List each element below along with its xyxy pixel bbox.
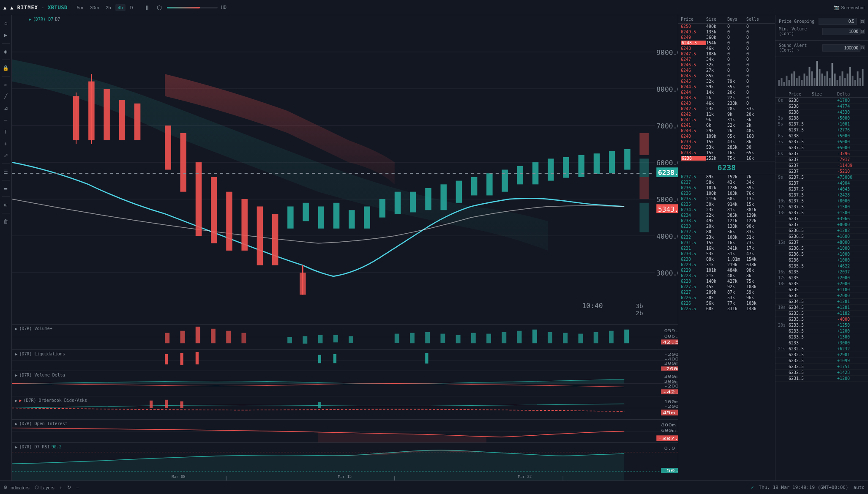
buy-row[interactable]: 6229 101k 484k 98k	[678, 267, 775, 273]
sell-row[interactable]: 6238 252k 75k 16k	[678, 156, 775, 161]
sell-row[interactable]: 6244 14k 20k 0	[678, 90, 775, 95]
min-volume-input[interactable]	[822, 28, 860, 35]
buy-row[interactable]: 6227 209k 87k 59k	[678, 289, 775, 295]
sidebar-fib[interactable]: ⤢	[1, 151, 11, 160]
expand-ob[interactable]: ▶	[15, 398, 17, 403]
sell-row[interactable]: 6250 490k 0 0	[678, 24, 775, 29]
expand-vdelta[interactable]: ▶	[15, 373, 17, 377]
expand-rsi[interactable]: ▶	[15, 445, 17, 449]
sell-row[interactable]: 6242 11k 9k 20k	[678, 112, 775, 117]
sell-row[interactable]: 6241 6k 52k 2k	[678, 123, 775, 128]
sidebar-ruler[interactable]: ⊿	[1, 104, 11, 113]
sidebar-home[interactable]: ⌂	[1, 19, 11, 28]
ob-expand2[interactable]: ▶	[19, 398, 22, 403]
sidebar-text[interactable]: T	[1, 127, 11, 136]
tape-size	[812, 104, 837, 109]
sell-row[interactable]: 6245 32k 79k 0	[678, 79, 775, 84]
buy-row[interactable]: 6233.5 49k 121k 122k	[678, 218, 775, 224]
buy-row[interactable]: 6235.5 219k 68k 13k	[678, 196, 775, 202]
buy-row[interactable]: 6230 88k 1.01m 154k	[678, 257, 775, 262]
tf-4h[interactable]: 4h	[115, 4, 126, 11]
buy-row[interactable]: 6237 58k 43k 34k	[678, 180, 775, 185]
sidebar-hline[interactable]: —	[1, 115, 11, 125]
tf-5m[interactable]: 5m	[74, 4, 86, 11]
sidebar-list[interactable]: ☰	[1, 167, 11, 177]
layers-button-bottom[interactable]: ⬡ Layers	[35, 485, 55, 490]
sidebar-eye[interactable]: ◉	[1, 47, 11, 56]
buy-row[interactable]: 6226 56k 77k 103k	[678, 300, 775, 306]
sound-alert-input[interactable]	[822, 44, 860, 52]
sell-row[interactable]: 6249 360k 0 0	[678, 35, 775, 40]
sell-row[interactable]: 6242.5 23k 28k 53k	[678, 106, 775, 112]
buy-row[interactable]: 6231.5 15k 16k 73k	[678, 240, 775, 246]
buy-row[interactable]: 6229.5 31k 219k 638k	[678, 262, 775, 267]
tf-2h[interactable]: 2h	[103, 4, 113, 11]
svg-rect-39	[548, 158, 554, 180]
sell-row[interactable]: 6244.5 59k 55k 0	[678, 84, 775, 90]
svg-text:2b: 2b	[636, 310, 643, 317]
min-volume-toggle[interactable]: ⊡	[860, 29, 865, 34]
buy-row[interactable]: 6234 22k 385k 139k	[678, 213, 775, 218]
sell-row[interactable]: 6241.5 9k 31k 5k	[678, 117, 775, 123]
layers-button[interactable]: ⬡	[155, 3, 164, 12]
buy-row[interactable]: 6232.5 80 56k 83k	[678, 229, 775, 235]
minus-button[interactable]: −	[76, 485, 79, 490]
buy-row[interactable]: 6228.5 21k 40k 8k	[678, 273, 775, 278]
expand-liq[interactable]: ▶	[15, 352, 17, 356]
tf-30m[interactable]: 30m	[87, 4, 101, 11]
price-grouping-input[interactable]	[819, 18, 857, 25]
price-grouping-toggle[interactable]: ⊡	[860, 19, 865, 24]
sell-row[interactable]: 6246.5 32k 0 0	[678, 62, 775, 68]
sell-row[interactable]: 6243.5 2k 22k 0	[678, 95, 775, 101]
sidebar-lock[interactable]: 🔒	[1, 63, 11, 73]
buy-row[interactable]: 6227.5 45k 92k 108k	[678, 284, 775, 289]
sidebar-expand[interactable]: ▶	[1, 30, 11, 40]
buy-row[interactable]: 6236 100k 103k 76k	[678, 191, 775, 196]
sell-row[interactable]: 6245.5 85k 0 0	[678, 73, 775, 79]
sell-row[interactable]: 6247.5 188k 0 0	[678, 51, 775, 57]
sell-row[interactable]: 6239 53k 285k 30	[678, 145, 775, 150]
add-indicator-button[interactable]: +	[60, 485, 62, 490]
indicators-button[interactable]: ⚙ Indicators	[3, 485, 30, 490]
sell-row[interactable]: 6249.5 135k 0 0	[678, 29, 775, 35]
sidebar-trash[interactable]: 🗑	[1, 217, 11, 226]
buy-row[interactable]: 6228 140k 427k 75k	[678, 278, 775, 284]
buy-row[interactable]: 6233 20k 138k 90k	[678, 224, 775, 229]
volume-hist-svg	[777, 59, 866, 88]
sidebar-bar[interactable]: ▬	[1, 184, 11, 193]
buy-row[interactable]: 6234.5 23k 81k 381k	[678, 207, 775, 213]
expand-icon-main[interactable]: ▶	[29, 17, 31, 22]
buy-row[interactable]: 6236.5 102k 128k 59k	[678, 185, 775, 191]
buy-row[interactable]: 6232 23k 108k 51k	[678, 235, 775, 240]
screenshot-button[interactable]: 📷 Screenshot	[833, 5, 865, 10]
sidebar-table[interactable]: ⊞	[1, 200, 11, 210]
sidebar-pencil[interactable]: ✏	[1, 80, 11, 89]
buy-row[interactable]: 6230.5 53k 51k 47k	[678, 251, 775, 257]
sell-row[interactable]: 6239.5 15k 43k 8k	[678, 139, 775, 145]
sell-row[interactable]: 6246 27k 0 0	[678, 68, 775, 73]
sidebar-line[interactable]: ╱	[1, 92, 11, 101]
svg-text:42.5m: 42.5m	[663, 340, 678, 344]
buy-row[interactable]: 6225.5 68k 331k 148k	[678, 306, 775, 311]
trade-tape[interactable]: 0s 6238 +1700 6238 +4774 6238 +4330 3s 6…	[775, 98, 868, 480]
expand-volume[interactable]: ▶	[15, 327, 17, 331]
buy-row[interactable]: 6237.5 89k 152k 7k	[678, 174, 775, 180]
sound-alert-toggle[interactable]: ⊡	[860, 45, 865, 50]
pause-button[interactable]: ⏸	[142, 3, 152, 12]
sell-row[interactable]: 6240 109k 65k 168	[678, 134, 775, 139]
main-chart[interactable]: 9000.0 8000.0 7000.0 6000.0 5000.0 4000.…	[12, 15, 678, 324]
sell-row[interactable]: 6243 46k 238k 0	[678, 101, 775, 106]
sell-row[interactable]: 6247 34k 0 0	[678, 57, 775, 62]
buy-row[interactable]: 6226.5 38k 53k 96k	[678, 295, 775, 300]
sell-row[interactable]: 6248.5 154k 0 0	[678, 40, 775, 46]
orderbook-scroll[interactable]: 6250 490k 0 0 6249.5 135k 0 0 6249 360k …	[678, 24, 775, 480]
buy-row[interactable]: 6231 16k 341k 17k	[678, 246, 775, 251]
sell-row[interactable]: 6240.5 29k 2k 40k	[678, 128, 775, 134]
refresh-button[interactable]: ↻	[67, 485, 71, 490]
tf-D[interactable]: D	[127, 4, 136, 11]
buy-row[interactable]: 6235 30k 914k 15k	[678, 202, 775, 207]
expand-oi[interactable]: ▶	[15, 422, 17, 426]
sell-row[interactable]: 6248 46k 0 0	[678, 46, 775, 51]
sidebar-crosshair[interactable]: ✛	[1, 139, 11, 148]
sell-row[interactable]: 6238.5 15k 16k 65k	[678, 150, 775, 156]
